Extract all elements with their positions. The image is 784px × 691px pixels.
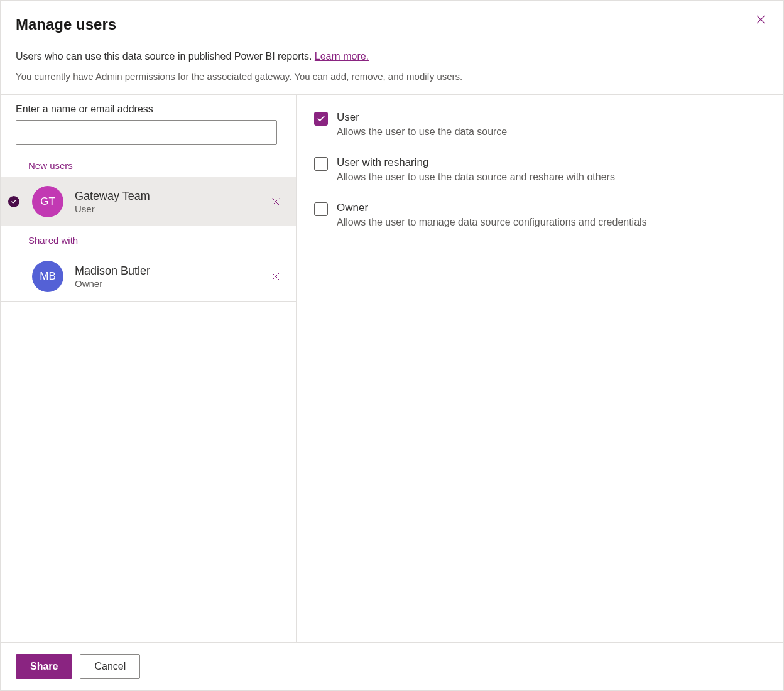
avatar: GT bbox=[32, 186, 63, 217]
dialog-footer: Share Cancel bbox=[1, 642, 783, 690]
permission-checkbox-reshare[interactable] bbox=[314, 157, 328, 171]
user-name: Gateway Team bbox=[75, 190, 268, 203]
list-divider bbox=[1, 301, 296, 302]
new-users-label: New users bbox=[1, 151, 296, 177]
permission-row-reshare: User with resharingAllows the user to us… bbox=[314, 156, 766, 183]
dialog-body: Enter a name or email address New users … bbox=[1, 95, 783, 642]
dialog-title: Manage users bbox=[16, 16, 768, 33]
close-icon bbox=[271, 271, 281, 281]
user-row[interactable]: GTGateway TeamUser bbox=[1, 177, 296, 226]
permission-checkbox-user[interactable] bbox=[314, 112, 328, 126]
permission-description: Allows the user to use the data source a… bbox=[337, 171, 766, 183]
close-button[interactable] bbox=[753, 12, 768, 27]
permission-title: User bbox=[337, 111, 766, 124]
search-label: Enter a name or email address bbox=[16, 104, 281, 115]
user-name: Madison Butler bbox=[75, 264, 268, 278]
permissions-pane: UserAllows the user to use the data sour… bbox=[297, 95, 783, 642]
remove-user-button[interactable] bbox=[268, 194, 283, 209]
permission-title: User with resharing bbox=[337, 156, 766, 169]
search-input[interactable] bbox=[16, 120, 277, 145]
permission-description: Allows the user to use the data source bbox=[337, 126, 766, 138]
new-users-list: GTGateway TeamUser bbox=[1, 177, 296, 226]
permission-row-user: UserAllows the user to use the data sour… bbox=[314, 111, 766, 138]
remove-user-button[interactable] bbox=[268, 269, 283, 284]
dialog-sub-description: You currently have Admin permissions for… bbox=[16, 71, 768, 82]
learn-more-link[interactable]: Learn more. bbox=[315, 51, 369, 62]
close-icon bbox=[271, 197, 281, 207]
permission-description: Allows the user to manage data source co… bbox=[337, 217, 766, 228]
user-role: Owner bbox=[75, 278, 268, 289]
selected-check-icon bbox=[8, 196, 19, 207]
permission-title: Owner bbox=[337, 202, 766, 214]
share-button[interactable]: Share bbox=[16, 654, 72, 679]
shared-with-label: Shared with bbox=[1, 226, 296, 252]
user-row[interactable]: MBMadison ButlerOwner bbox=[1, 252, 296, 301]
close-icon bbox=[755, 14, 766, 25]
search-section: Enter a name or email address bbox=[1, 95, 296, 151]
users-pane: Enter a name or email address New users … bbox=[1, 95, 297, 642]
user-role: User bbox=[75, 204, 268, 214]
cancel-button[interactable]: Cancel bbox=[80, 654, 140, 679]
avatar: MB bbox=[32, 261, 63, 292]
permission-row-owner: OwnerAllows the user to manage data sour… bbox=[314, 202, 766, 228]
manage-users-dialog: Manage users Users who can use this data… bbox=[0, 0, 784, 691]
dialog-description: Users who can use this data source in pu… bbox=[16, 51, 768, 62]
shared-users-list: MBMadison ButlerOwner bbox=[1, 252, 296, 301]
dialog-header: Manage users Users who can use this data… bbox=[1, 1, 783, 95]
permission-checkbox-owner[interactable] bbox=[314, 202, 328, 216]
